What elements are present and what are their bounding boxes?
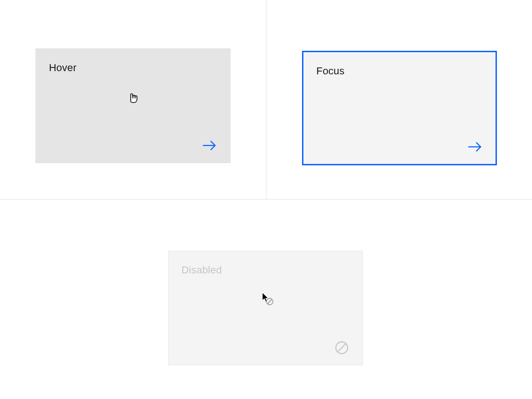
clickable-tile-disabled: Disabled (168, 251, 363, 365)
tile-action-row (181, 340, 350, 356)
arrow-right-icon (467, 139, 483, 155)
tile-title: Focus (316, 65, 483, 77)
tile-action-row (316, 139, 483, 155)
tile-action-row (49, 138, 217, 153)
svg-line-3 (338, 344, 346, 352)
clickable-tile-focus[interactable]: Focus (302, 51, 497, 165)
tile-title: Hover (49, 62, 217, 74)
divider-vertical (266, 0, 266, 200)
arrow-right-icon (201, 138, 217, 153)
tile-title: Disabled (181, 264, 350, 276)
clickable-tile-hover[interactable]: Hover (36, 48, 230, 163)
not-allowed-icon (334, 340, 350, 356)
